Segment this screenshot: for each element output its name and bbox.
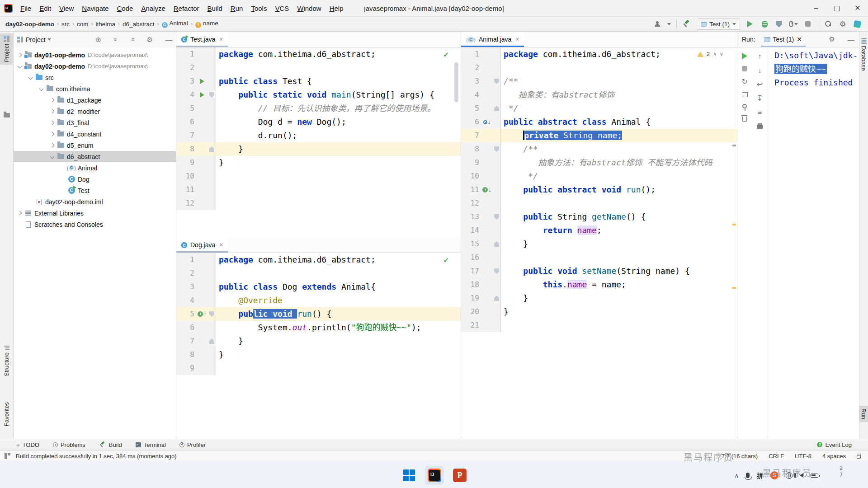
code-line[interactable]: 2 — [176, 267, 461, 280]
breadcrumb-item[interactable]: itheima — [95, 21, 117, 28]
code-text[interactable] — [216, 169, 461, 183]
tree-chevron-icon[interactable] — [48, 99, 56, 102]
code-line[interactable]: 1package com.itheima.d6_abstract; — [176, 47, 461, 61]
panel-settings-gear-icon[interactable]: ⚙ — [147, 36, 153, 44]
code-text[interactable]: } — [216, 142, 461, 156]
override-marker-icon[interactable]: I↑ — [196, 307, 208, 321]
code-line[interactable]: 10 */ — [461, 169, 737, 183]
restart-icon[interactable]: ↻ — [741, 78, 747, 85]
hide-panel-icon[interactable]: — — [165, 36, 172, 43]
code-line[interactable]: 4 @Override — [176, 294, 461, 307]
code-line[interactable]: 5 // 目标：先认识抽象类，再了解它的使用场景。 — [176, 102, 461, 115]
line-number[interactable]: 2 — [176, 61, 196, 75]
rerun-icon[interactable] — [742, 53, 747, 59]
menu-vcs[interactable]: VCS — [271, 0, 293, 17]
speaker-icon[interactable] — [800, 473, 803, 478]
code-line[interactable]: 6↓public abstract class Animal { — [461, 115, 737, 129]
breadcrumb-item-field[interactable]: fname — [194, 20, 219, 28]
tab-animal-java[interactable]: (C) Animal.java ✕ — [461, 32, 524, 47]
menu-navigate[interactable]: Navigate — [78, 0, 113, 17]
breadcrumb-item[interactable]: com — [76, 21, 90, 28]
code-text[interactable]: /** — [501, 75, 737, 88]
code-text[interactable] — [501, 319, 737, 332]
tool-window-switcher-icon[interactable] — [5, 453, 10, 459]
fold-marker-icon[interactable] — [208, 307, 216, 321]
fold-marker-icon[interactable] — [493, 237, 500, 251]
sidebar-tab-database[interactable]: Database — [859, 38, 868, 71]
code-text[interactable]: package com.itheima.d6_abstract; — [216, 47, 461, 61]
tab-close-icon[interactable]: ✕ — [219, 242, 223, 248]
run-configuration-select[interactable]: Test (1) — [697, 19, 740, 30]
line-number[interactable]: 19 — [461, 291, 481, 305]
stripe-mark[interactable] — [732, 145, 736, 146]
console-line[interactable]: 狗跑的贼快~~ — [774, 62, 859, 76]
code-line[interactable]: 20} — [461, 305, 737, 319]
fold-marker-icon[interactable] — [493, 75, 500, 88]
line-number[interactable]: 4 — [176, 88, 196, 102]
tree-item-d4-constant[interactable]: d4_constant — [14, 128, 176, 140]
code-line[interactable]: 6 Dog d = new Dog(); — [176, 115, 461, 129]
line-number[interactable]: 11 — [176, 183, 196, 197]
line-number[interactable]: 17 — [461, 264, 481, 278]
tree-chevron-icon[interactable] — [15, 65, 24, 68]
code-text[interactable]: } — [216, 334, 461, 348]
editor-scrollbar[interactable] — [454, 62, 458, 102]
tree-item-d2-modifier[interactable]: d2_modifier — [14, 106, 176, 117]
user-dropdown-icon[interactable] — [667, 23, 671, 25]
code-line[interactable]: 8 } — [176, 142, 461, 156]
code-line[interactable]: 9 抽象方法：有abstract修饰 不能写方法体代码 — [461, 156, 737, 169]
code-text[interactable]: public void setName(String name) { — [501, 264, 737, 278]
taskbar-clock[interactable]: 2 7 — [840, 465, 843, 479]
console-line[interactable]: Process finished — [774, 76, 859, 89]
code-line[interactable]: 5 */ — [461, 102, 737, 115]
tray-expand-icon[interactable]: ∧ — [734, 472, 739, 479]
tree-chevron-icon[interactable] — [48, 144, 56, 147]
run-console-output[interactable]: D:\soft\Java\jdk-狗跑的贼快~~Process finished — [768, 47, 859, 439]
code-text[interactable]: // 目标：先认识抽象类，再了解它的使用场景。 — [216, 102, 461, 115]
project-panel-title[interactable]: Project — [26, 36, 46, 43]
soft-wrap-icon[interactable]: ↩ — [757, 81, 763, 88]
tree-item-d1-package[interactable]: d1_package — [14, 94, 176, 106]
locate-file-icon[interactable]: ⊕ — [95, 36, 101, 44]
indent-size[interactable]: 4 spaces — [822, 453, 846, 460]
battery-icon[interactable] — [811, 474, 818, 478]
print-icon[interactable] — [757, 125, 763, 129]
tree-chevron-icon[interactable] — [15, 211, 24, 215]
editor-dog-java[interactable]: 1package com.itheima.d6_abstract;23publi… — [176, 253, 461, 439]
code-line[interactable]: 5I↑ public void run() { — [176, 307, 461, 321]
tree-item-scratches-and-consoles[interactable]: Scratches and Consoles — [14, 219, 176, 230]
inspection-ok-icon[interactable]: ✓ — [443, 51, 449, 59]
search-everywhere-icon[interactable] — [824, 19, 833, 28]
code-line[interactable]: 12 — [176, 197, 461, 210]
code-line[interactable]: 15 } — [461, 237, 737, 251]
console-line[interactable]: D:\soft\Java\jdk- — [774, 49, 859, 62]
sidebar-tab-run[interactable]: Run — [859, 406, 868, 422]
pin-tab-icon[interactable] — [742, 104, 747, 108]
code-line[interactable]: 7 } — [176, 334, 461, 348]
run-button[interactable] — [745, 19, 755, 28]
code-text[interactable]: public class Test { — [216, 75, 461, 88]
sidebar-tab-folder[interactable] — [0, 113, 13, 117]
menu-edit[interactable]: Edit — [35, 0, 55, 17]
code-line[interactable]: 6 System.out.println("狗跑的贼快~~"); — [176, 321, 461, 334]
toolbar-tab-build[interactable]: Build — [99, 441, 122, 448]
code-text[interactable] — [216, 361, 461, 375]
tree-item-external-libraries[interactable]: External Libraries — [14, 207, 176, 219]
line-number[interactable]: 5 — [176, 307, 196, 321]
line-number[interactable]: 7 — [176, 334, 196, 348]
run-marker-icon[interactable] — [196, 75, 208, 88]
menu-build[interactable]: Build — [203, 0, 226, 17]
code-line[interactable]: 7 private String name; — [461, 129, 737, 142]
run-line-icon[interactable] — [200, 92, 204, 98]
sogou-icon[interactable]: S — [770, 471, 778, 479]
microphone-icon[interactable] — [746, 473, 750, 478]
user-icon[interactable] — [653, 19, 662, 28]
line-number[interactable]: 6 — [176, 321, 196, 334]
code-text[interactable] — [216, 197, 461, 210]
fold-marker-icon[interactable] — [208, 88, 216, 102]
code-text[interactable]: /** — [501, 142, 737, 156]
close-button[interactable]: ✕ — [847, 0, 868, 17]
code-line[interactable]: 3public class Test { — [176, 75, 461, 88]
fold-marker-icon[interactable] — [493, 102, 500, 115]
collapse-all-icon[interactable]: » — [128, 38, 136, 41]
